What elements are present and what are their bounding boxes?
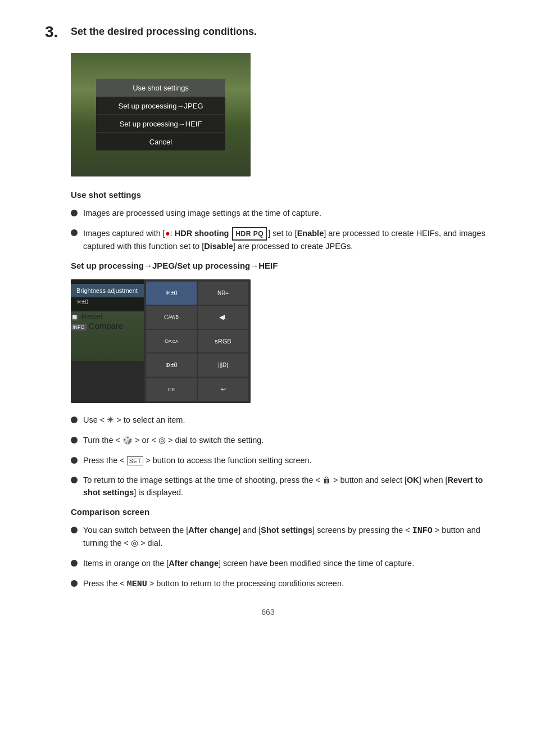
- bullet-dot-cs2: [71, 560, 78, 567]
- camera-screen: Use shot settings Set up processing→JPEG…: [71, 53, 251, 176]
- cell-al[interactable]: ◀L: [198, 306, 248, 329]
- bullet-dot-sp2: [71, 437, 78, 443]
- bullet-dot: [71, 210, 78, 216]
- bullet-item-2: Images captured with [●: HDR shooting HD…: [71, 227, 491, 253]
- menu-item-setup-jpeg[interactable]: Set up processing→JPEG: [96, 97, 225, 115]
- setup-processing-bullets: Use < ✳ > to select an item. Turn the < …: [71, 414, 491, 499]
- compare-button[interactable]: INFO Compare: [71, 321, 144, 331]
- setup-bullet-4: To return to the image settings at the t…: [71, 474, 491, 499]
- settings-panel: Brightness adjustment ✳±0 🔲 Reset INFO C…: [71, 279, 251, 403]
- comparison-screen-heading: Comparison screen: [71, 507, 491, 517]
- compare-label: Compare: [89, 321, 124, 331]
- cell-brightness[interactable]: ✳±0: [146, 282, 197, 305]
- use-shot-settings-bullets: Images are processed using image setting…: [71, 207, 491, 253]
- setup-bullet-text-1: Use < ✳ > to select an item.: [83, 414, 185, 427]
- comparison-bullet-text-3: Press the < MENU > button to return to t…: [83, 578, 344, 591]
- cell-undo[interactable]: ↩: [198, 378, 248, 401]
- comparison-bullet-3: Press the < MENU > button to return to t…: [71, 578, 491, 591]
- step-header: 3. Set the desired processing conditions…: [45, 22, 491, 42]
- menu-item-setup-heif[interactable]: Set up processing→HEIF: [96, 115, 225, 133]
- bullet-dot-sp1: [71, 417, 78, 423]
- camera-menu-overlay: Use shot settings Set up processing→JPEG…: [96, 79, 225, 150]
- bullet-item-1: Images are processed using image setting…: [71, 207, 491, 220]
- bullet-dot-cs3: [71, 580, 78, 587]
- setup-bullet-text-3: Press the < SET > button to access the f…: [83, 455, 312, 467]
- reset-button[interactable]: 🔲 Reset: [71, 311, 144, 321]
- brightness-panel: Brightness adjustment ✳±0: [71, 279, 144, 311]
- menu-item-cancel[interactable]: Cancel: [96, 133, 225, 150]
- brightness-value: ✳±0: [71, 297, 144, 307]
- info-badge: INFO: [71, 324, 87, 331]
- cell-srgb[interactable]: sRGB: [198, 330, 248, 353]
- bullet-text-2: Images captured with [●: HDR shooting HD…: [83, 227, 491, 253]
- setup-bullet-text-4: To return to the image settings at the t…: [83, 474, 491, 499]
- bullet-text-1: Images are processed using image setting…: [83, 207, 321, 220]
- bullet-dot-sp4: [71, 477, 78, 483]
- reset-label: Reset: [81, 311, 103, 321]
- setup-bullet-text-2: Turn the < 🎲 > or < ◎ > dial to switch t…: [83, 434, 264, 447]
- menu-item-use-shot-settings[interactable]: Use shot settings: [96, 79, 225, 97]
- setup-bullet-2: Turn the < 🎲 > or < ◎ > dial to switch t…: [71, 434, 491, 447]
- settings-grid: ✳±0 NR▪▪ CAWB ◀L CP:CA sRGB ⊕±0 |||D| CR…: [144, 279, 251, 403]
- comparison-bullet-text-1: You can switch between the [After change…: [83, 524, 491, 550]
- bullet-dot-cs1: [71, 527, 78, 533]
- setup-processing-heading: Set up processing→JPEG/Set up processing…: [71, 261, 491, 270]
- comparison-bullet-2: Items in orange on the [After change] sc…: [71, 558, 491, 570]
- bottom-buttons: 🔲 Reset INFO Compare: [71, 311, 144, 331]
- setup-bullet-3: Press the < SET > button to access the f…: [71, 455, 491, 467]
- bullet-dot-2: [71, 229, 78, 236]
- page-number: 663: [45, 608, 491, 617]
- reset-icon: 🔲: [71, 314, 79, 320]
- comparison-bullet-1: You can switch between the [After change…: [71, 524, 491, 550]
- comparison-bullet-text-2: Items in orange on the [After change] sc…: [83, 558, 414, 570]
- step-number: 3.: [45, 22, 65, 42]
- cell-exposure[interactable]: ⊕±0: [146, 354, 197, 377]
- use-shot-settings-heading: Use shot settings: [71, 190, 491, 200]
- cell-wb[interactable]: CAWB: [146, 306, 197, 329]
- setup-bullet-1: Use < ✳ > to select an item.: [71, 414, 491, 427]
- step-title: Set the desired processing conditions.: [71, 22, 257, 38]
- settings-left-panel: Brightness adjustment ✳±0 🔲 Reset INFO C…: [71, 279, 144, 403]
- cell-pc[interactable]: CP:CA: [146, 330, 197, 353]
- brightness-label: Brightness adjustment: [71, 284, 144, 297]
- bullet-dot-sp3: [71, 457, 78, 464]
- cell-histogram[interactable]: |||D|: [198, 354, 248, 377]
- cell-cr[interactable]: CR: [146, 378, 197, 401]
- comparison-screen-bullets: You can switch between the [After change…: [71, 524, 491, 591]
- cell-nr[interactable]: NR▪▪: [198, 282, 248, 305]
